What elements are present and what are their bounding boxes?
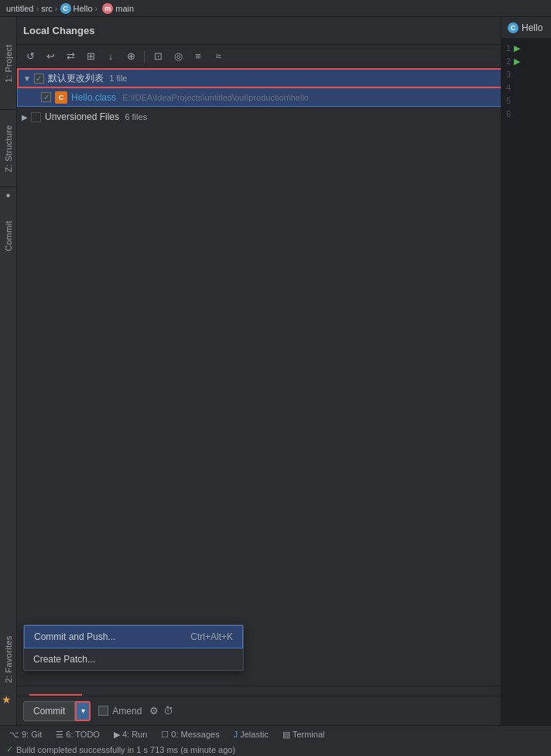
toolbar-arrow-icon[interactable]: ⇄: [62, 48, 79, 65]
breadcrumb-src[interactable]: src: [41, 4, 53, 13]
run-tab-label: 4: Run: [122, 730, 147, 739]
right-panel-tab-label: Hello: [522, 22, 542, 33]
commit-settings-icon[interactable]: ⚙: [149, 705, 159, 717]
git-tab-label: 9: Git: [22, 730, 42, 739]
line-row-2: 2 ▶: [506, 55, 546, 68]
create-patch-item[interactable]: Create Patch...: [24, 648, 243, 670]
file-tree: ▼ ✓ 默认更改列表 1 file ✓ C Hello.class E:\IDE…: [17, 68, 551, 377]
unversioned-count: 6 files: [125, 112, 147, 121]
line-row-4: 4: [506, 81, 546, 94]
commit-dropdown-arrow[interactable]: ▾: [75, 701, 91, 721]
toolbar-list-icon[interactable]: ≡: [190, 48, 207, 65]
line-num-1: 1: [506, 42, 511, 55]
messages-tab-label: 0: Messages: [171, 730, 219, 739]
group-expand-arrow: ▼: [23, 74, 31, 83]
terminal-tab-icon: ▤: [282, 730, 290, 740]
line-numbers: 1 ▶ 2 ▶ 3 4 5 6: [501, 39, 551, 124]
status-tabs: ⌥ 9: Git ☰ 6: TODO ▶ 4: Run ☐ 0: Message…: [0, 726, 551, 743]
jelastic-tab-icon: J: [234, 730, 238, 739]
favorites-tab-label: 2: Favorites: [4, 635, 13, 682]
hello-class-file[interactable]: ✓ C Hello.class E:\IDEA\IdeaProjects\unt…: [17, 88, 551, 107]
run-icon-1[interactable]: ▶: [514, 42, 520, 55]
status-tab-jelastic[interactable]: J Jelastic: [228, 726, 275, 743]
sidebar-item-project[interactable]: 1: Project: [0, 17, 17, 110]
default-changelist-group[interactable]: ▼ ✓ 默认更改列表 1 file: [17, 68, 551, 88]
panel-title: Local Changes: [23, 25, 94, 36]
right-panel-tab[interactable]: C Hello: [501, 17, 551, 39]
right-panel: C Hello 1 ▶ 2 ▶ 3 4 5 6: [501, 17, 551, 725]
status-tab-run[interactable]: ▶ 4: Run: [108, 726, 153, 743]
toolbar: ↺ ↩ ⇄ ⊞ ↓ ⊕ ⊡ ◎ ≡ ≈: [17, 45, 551, 68]
group-count: 1 file: [109, 74, 127, 83]
status-tab-todo[interactable]: ☰ 6: TODO: [50, 726, 106, 743]
group-label: 默认更改列表 1 file: [48, 72, 128, 85]
create-patch-label: Create Patch...: [33, 654, 95, 665]
line-row-3: 3: [506, 68, 546, 81]
build-status-text: Build completed successfully in 1 s 713 …: [16, 745, 235, 754]
file-checkbox[interactable]: ✓: [41, 92, 51, 102]
unversioned-expand-arrow: ▶: [22, 113, 28, 121]
group-checkbox[interactable]: ✓: [34, 74, 44, 84]
dropdown-arrow-icon: ▾: [81, 706, 85, 715]
structure-tab-label: Z: Structure: [4, 125, 13, 172]
main-method-icon: m: [102, 3, 113, 14]
commit-and-push-item[interactable]: Commit and Push... Ctrl+Alt+K: [24, 625, 243, 648]
breadcrumb-sep3: ›: [95, 4, 98, 13]
breadcrumb-project[interactable]: untitled: [6, 4, 33, 13]
todo-tab-icon: ☰: [56, 730, 63, 740]
messages-tab-icon: ☐: [161, 730, 169, 740]
unversioned-checkbox[interactable]: ✓: [31, 112, 41, 122]
line-row-1: 1 ▶: [506, 42, 546, 55]
unversioned-label: Unversioned Files 6 files: [45, 111, 147, 122]
hello-class-icon: C: [60, 3, 71, 14]
sidebar-item-favorites[interactable]: 2: Favorites: [0, 632, 17, 686]
toolbar-download-icon[interactable]: ↓: [102, 48, 119, 65]
toolbar-refresh-icon[interactable]: ↺: [22, 48, 39, 65]
breadcrumb-sep1: ›: [36, 4, 39, 13]
amend-checkbox[interactable]: [98, 706, 108, 716]
run-tab-icon: ▶: [114, 730, 120, 740]
run-icon-2[interactable]: ▶: [514, 55, 520, 68]
line-row-5: 5: [506, 94, 546, 108]
line-row-6: 6: [506, 108, 546, 121]
line-num-2: 2: [506, 55, 511, 68]
jelastic-tab-label: Jelastic: [240, 730, 269, 739]
todo-tab-label: 6: TODO: [66, 730, 100, 739]
toolbar-separator: [144, 50, 145, 63]
toolbar-filter-icon[interactable]: ≈: [210, 48, 227, 65]
commit-clock-icon[interactable]: ⏱: [163, 705, 173, 717]
status-build-message: ✓ Build completed successfully in 1 s 71…: [0, 743, 551, 756]
favorites-star-icon[interactable]: ★: [2, 693, 12, 706]
panel-header: Local Changes ⚙ −: [17, 17, 551, 45]
line-num-4: 4: [506, 81, 511, 94]
commit-button[interactable]: Commit: [23, 701, 75, 721]
amend-label: Amend: [112, 706, 142, 717]
unversioned-files-group[interactable]: ▶ ✓ Unversioned Files 6 files: [17, 107, 551, 127]
status-bar: ⌥ 9: Git ☰ 6: TODO ▶ 4: Run ☐ 0: Message…: [0, 725, 551, 756]
project-tab-label: 1: Project: [4, 44, 13, 82]
class-file-icon: C: [55, 91, 67, 104]
commit-button-group: Commit ▾: [23, 701, 91, 721]
sidebar-item-commit[interactable]: Commit: [0, 201, 17, 271]
status-tab-terminal[interactable]: ▤ Terminal: [276, 726, 331, 743]
left-sidebar: 1: Project Z: Structure •: [0, 17, 17, 725]
toolbar-add-icon[interactable]: ⊕: [122, 48, 139, 65]
toolbar-search-icon[interactable]: ◎: [169, 48, 187, 65]
main-content-area: Local Changes ⚙ − ↺ ↩ ⇄ ⊞ ↓ ⊕ ⊡ ◎ ≡ ≈ ▼ …: [17, 17, 551, 725]
sidebar-item-structure[interactable]: Z: Structure: [0, 110, 17, 187]
right-tab-class-icon: C: [508, 22, 518, 33]
breadcrumb-main[interactable]: main: [115, 4, 134, 13]
line-num-3: 3: [506, 68, 511, 81]
toolbar-expand-icon[interactable]: ⊞: [82, 48, 99, 65]
status-tab-messages[interactable]: ☐ 0: Messages: [155, 726, 225, 743]
commit-dropdown-menu: Commit and Push... Ctrl+Alt+K Create Pat…: [23, 624, 244, 671]
line-num-6: 6: [506, 108, 511, 121]
amend-option: Amend: [98, 706, 142, 717]
build-status-icon: ✓: [6, 744, 13, 754]
breadcrumb-hello[interactable]: Hello: [74, 4, 93, 13]
commit-bar: Commit ▾ Amend ⚙ ⏱: [17, 696, 551, 725]
commit-push-label: Commit and Push...: [34, 631, 115, 642]
status-tab-git[interactable]: ⌥ 9: Git: [3, 726, 48, 743]
toolbar-rollback-icon[interactable]: ↩: [42, 48, 59, 65]
toolbar-grid-icon[interactable]: ⊡: [149, 48, 166, 65]
